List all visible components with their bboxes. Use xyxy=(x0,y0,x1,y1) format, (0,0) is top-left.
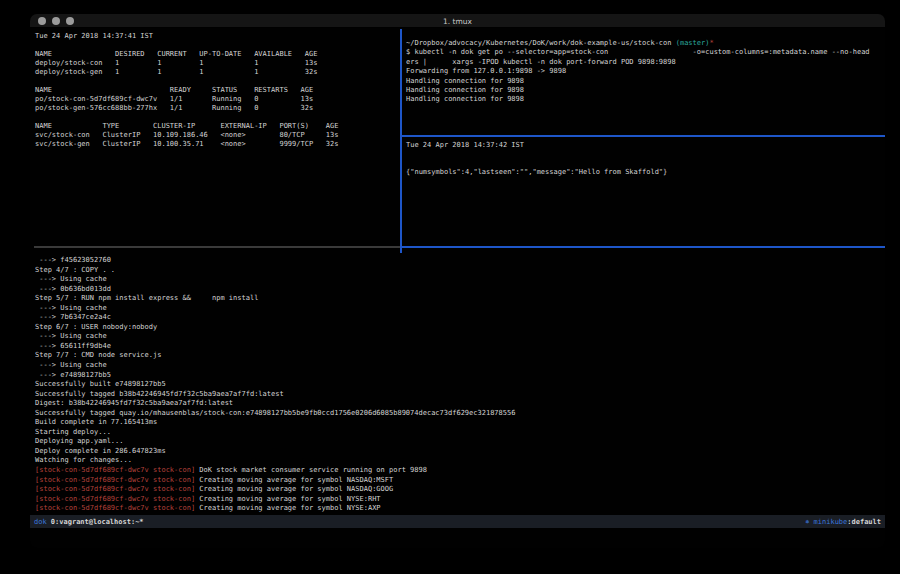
terminal-line: [stock-con-5d7df689cf-dwc7v stock-con] C… xyxy=(35,495,883,505)
kube-context-status: ⎈ minikube:default xyxy=(805,518,881,526)
terminal-line: Deploying app.yaml... xyxy=(35,437,883,447)
terminal-line: ~/Dropbox/advocacy/Kubernetes/DoK/work/d… xyxy=(406,39,884,48)
terminal-line: NAME READY STATUS RESTARTS AGE xyxy=(35,86,397,95)
terminal-line: NAME DESIRED CURRENT UP-TO-DATE AVAILABL… xyxy=(35,50,397,59)
terminal-line: Watching for changes... xyxy=(35,456,883,466)
terminal-line: deploy/stock-con 1 1 1 1 13s xyxy=(35,59,397,68)
window-titlebar: 1. tmux xyxy=(30,14,885,28)
terminal-line: Build complete in 77.165413ms xyxy=(35,418,883,428)
terminal-line: Tue 24 Apr 2018 14:37:41 IST xyxy=(35,32,397,41)
terminal-line: Handling connection for 9898 xyxy=(406,95,884,104)
terminal-line xyxy=(35,77,397,86)
terminal-line: po/stock-gen-576cc688bb-277hx 1/1 Runnin… xyxy=(35,104,397,113)
text-segment: 0:vagrant@localhost:~* xyxy=(47,518,144,526)
pane-skaffold-build-log[interactable]: ---> f45623052760Step 4/7 : COPY . . ---… xyxy=(35,256,883,514)
desktop-background: { "window": { "title": "1. tmux" }, "col… xyxy=(0,0,900,574)
terminal-line: [stock-con-5d7df689cf-dwc7v stock-con] C… xyxy=(35,485,883,495)
terminal-line: ---> Using cache xyxy=(35,361,883,371)
terminal-line: Step 7/7 : CMD node service.js xyxy=(35,351,883,361)
terminal-line: ---> f45623052760 xyxy=(35,256,883,266)
terminal-line: Step 5/7 : RUN npm install express && np… xyxy=(35,294,883,304)
pane-divider-right-horizontal[interactable] xyxy=(401,135,885,137)
text-segment: ⎈ minikube xyxy=(805,518,847,526)
text-segment: * xyxy=(709,39,713,47)
terminal-line xyxy=(406,150,884,159)
pane-divider-vertical[interactable] xyxy=(400,29,402,253)
terminal-line: ---> Using cache xyxy=(35,332,883,342)
terminal-line: Step 4/7 : COPY . . xyxy=(35,266,883,276)
terminal-line: [stock-con-5d7df689cf-dwc7v stock-con] C… xyxy=(35,504,883,514)
terminal-line: ---> 7b6347ce2a4c xyxy=(35,313,883,323)
terminal-line: deploy/stock-gen 1 1 1 1 32s xyxy=(35,68,397,77)
terminal-line: ---> e74898127bb5 xyxy=(35,371,883,381)
terminal-line: $ kubectl -n dok get po --selector=app=s… xyxy=(406,48,884,57)
terminal-line: Successfully built e74898127bb5 xyxy=(35,380,883,390)
text-segment: Creating moving average for symbol NYSE:… xyxy=(195,495,380,503)
terminal-line: {"numsymbols":4,"lastseen":"","message":… xyxy=(406,168,884,177)
pane-divider-bottom-right[interactable] xyxy=(400,246,885,248)
text-segment: dok xyxy=(34,518,47,526)
terminal-line: ---> 65611ff9db4e xyxy=(35,342,883,352)
terminal-line: Starting deploy... xyxy=(35,428,883,438)
terminal-line: Successfully tagged b38b42246945fd7f32c5… xyxy=(35,390,883,400)
terminal-line: [stock-con-5d7df689cf-dwc7v stock-con] D… xyxy=(35,466,883,476)
window-title: 1. tmux xyxy=(30,17,885,26)
terminal-line xyxy=(35,41,397,50)
terminal-line: Deploy complete in 286.647823ms xyxy=(35,447,883,457)
pane-divider-bottom-left[interactable] xyxy=(34,246,400,248)
terminal-line: Step 6/7 : USER nobody:nobody xyxy=(35,323,883,333)
pane-curl-output[interactable]: Tue 24 Apr 2018 14:37:42 IST{"numsymbols… xyxy=(406,141,884,177)
terminal-line xyxy=(406,159,884,168)
text-segment: DoK stock market consumer service runnin… xyxy=(195,466,427,474)
window-tab[interactable]: 0:vagrant@localhost:~* xyxy=(47,518,144,526)
terminal-line: [stock-con-5d7df689cf-dwc7v stock-con] C… xyxy=(35,476,883,486)
terminal-line: Forwarding from 127.0.0.1:9898 -> 9898 xyxy=(406,67,884,76)
terminal-line xyxy=(35,113,397,122)
terminal-line: svc/stock-con ClusterIP 10.109.186.46 <n… xyxy=(35,131,397,140)
tmux-status-bar: dok 0:vagrant@localhost:~* ⎈ minikube:de… xyxy=(30,515,885,528)
terminal-line: ---> Using cache xyxy=(35,275,883,285)
text-segment: [stock-con-5d7df689cf-dwc7v stock-con] xyxy=(35,504,195,512)
session-name: dok xyxy=(34,518,47,526)
terminal-line: Successfully tagged quay.io/mhausenblas/… xyxy=(35,409,883,419)
text-segment: ~/Dropbox/advocacy/Kubernetes/DoK/work/d… xyxy=(406,39,676,47)
terminal-line: ---> Using cache xyxy=(35,304,883,314)
text-segment: Creating moving average for symbol NASDA… xyxy=(195,476,393,484)
text-segment: :default xyxy=(847,518,881,526)
terminal-line: ---> 0b636bd013dd xyxy=(35,285,883,295)
text-segment: (master) xyxy=(676,39,710,47)
text-segment: [stock-con-5d7df689cf-dwc7v stock-con] xyxy=(35,495,195,503)
terminal-line: Handling connection for 9898 xyxy=(406,86,884,95)
terminal-line: svc/stock-gen ClusterIP 10.100.35.71 <no… xyxy=(35,140,397,149)
text-segment: Creating moving average for symbol NYSE:… xyxy=(195,504,380,512)
terminal-line: Digest: b38b42246945fd7f32c5ba9aea7af7fd… xyxy=(35,399,883,409)
terminal-line: Handling connection for 9898 xyxy=(406,77,884,86)
terminal-line: po/stock-con-5d7df689cf-dwc7v 1/1 Runnin… xyxy=(35,95,397,104)
pane-kubectl-watch[interactable]: Tue 24 Apr 2018 14:37:41 ISTNAME DESIRED… xyxy=(35,32,397,149)
terminal-line: ers | xargs -IPOD kubectl -n dok port-fo… xyxy=(406,58,884,67)
terminal-window: 1. tmux Tue 24 Apr 2018 14:37:41 ISTNAME… xyxy=(30,14,885,548)
terminal-line: Tue 24 Apr 2018 14:37:42 IST xyxy=(406,141,884,150)
text-segment: Creating moving average for symbol NASDA… xyxy=(195,485,393,493)
text-segment: [stock-con-5d7df689cf-dwc7v stock-con] xyxy=(35,476,195,484)
terminal-line: NAME TYPE CLUSTER-IP EXTERNAL-IP PORT(S)… xyxy=(35,122,397,131)
text-segment: [stock-con-5d7df689cf-dwc7v stock-con] xyxy=(35,485,195,493)
text-segment: [stock-con-5d7df689cf-dwc7v stock-con] xyxy=(35,466,195,474)
pane-port-forward[interactable]: ~/Dropbox/advocacy/Kubernetes/DoK/work/d… xyxy=(406,39,884,105)
